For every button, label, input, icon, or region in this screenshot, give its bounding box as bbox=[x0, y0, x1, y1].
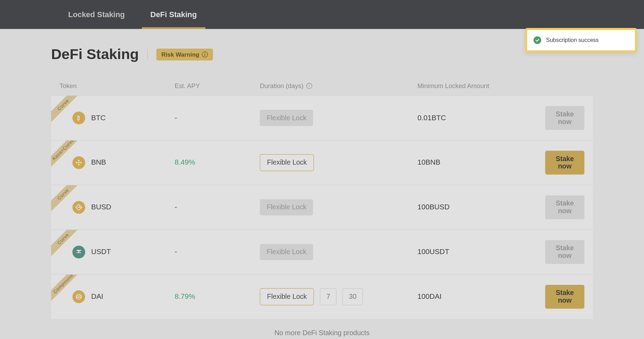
minimum-amount: 100BUSD bbox=[417, 203, 450, 211]
divider bbox=[147, 49, 148, 60]
stake-now-button[interactable]: Stake now bbox=[545, 285, 584, 309]
flexible-lock-button: Flexible Lock bbox=[260, 244, 313, 260]
busd-coin-icon bbox=[72, 201, 85, 214]
minimum-amount: 10BNB bbox=[417, 158, 441, 166]
col-header-minimum: Minimum Locked Amount bbox=[417, 82, 545, 89]
btc-coin-icon: ₿ bbox=[72, 111, 85, 124]
top-navbar: Locked Staking DeFi Staking bbox=[0, 0, 644, 29]
svg-rect-1 bbox=[78, 159, 80, 161]
token-symbol: BUSD bbox=[91, 203, 112, 211]
table-row: Kava+CurveBNB8.49%Flexible Lock10BNBStak… bbox=[51, 140, 593, 185]
page-content: DeFi Staking Risk Warning i Token Est. A… bbox=[0, 29, 644, 339]
duration-option-30[interactable]: 30 bbox=[343, 288, 363, 305]
svg-point-9 bbox=[76, 294, 81, 299]
token-symbol: BTC bbox=[91, 114, 106, 122]
token-symbol: USDT bbox=[91, 248, 111, 256]
col-header-duration: Duration (days) i bbox=[260, 82, 417, 89]
risk-warning-badge[interactable]: Risk Warning i bbox=[156, 48, 213, 60]
minimum-amount: 100DAI bbox=[417, 293, 442, 301]
success-toast: Subscription success bbox=[525, 28, 637, 52]
flexible-lock-button[interactable]: Flexible Lock bbox=[260, 154, 314, 171]
col-header-token: Token bbox=[60, 82, 175, 89]
page-header: DeFi Staking Risk Warning i bbox=[51, 46, 593, 63]
no-more-message: No more DeFi Staking products bbox=[51, 319, 593, 339]
table-row: CurveUSDT-Flexible Lock100USDTStake now bbox=[51, 230, 593, 274]
stake-now-button: Stake now bbox=[545, 195, 584, 219]
tab-defi-staking[interactable]: DeFi Staking bbox=[142, 0, 206, 29]
usdt-coin-icon bbox=[72, 246, 85, 259]
check-circle-icon bbox=[534, 36, 541, 44]
risk-warning-label: Risk Warning bbox=[162, 51, 199, 58]
svg-text:₿: ₿ bbox=[77, 115, 80, 121]
svg-rect-3 bbox=[76, 162, 78, 164]
apy-value: 8.79% bbox=[174, 293, 195, 301]
bnb-coin-icon bbox=[72, 156, 85, 169]
flexible-lock-button: Flexible Lock bbox=[260, 110, 313, 126]
apy-value: - bbox=[174, 114, 177, 122]
apy-value: - bbox=[174, 248, 177, 256]
toast-message: Subscription success bbox=[546, 37, 599, 43]
stake-now-button: Stake now bbox=[545, 240, 584, 264]
col-header-apy: Est. APY bbox=[174, 82, 260, 89]
table-row: CurveBUSD-Flexible Lock100BUSDStake now bbox=[51, 185, 593, 230]
svg-rect-2 bbox=[78, 164, 80, 166]
apy-value: - bbox=[174, 203, 177, 211]
minimum-amount: 0.01BTC bbox=[417, 114, 446, 122]
page-title: DeFi Staking bbox=[51, 46, 139, 63]
table-header: Token Est. APY Duration (days) i Minimum… bbox=[51, 74, 593, 95]
minimum-amount: 100USDT bbox=[417, 248, 449, 256]
table-row: Curve₿BTC-Flexible Lock0.01BTCStake now bbox=[51, 95, 593, 140]
table-row: CompoundDAI8.79%Flexible Lock730100DAISt… bbox=[51, 274, 593, 319]
duration-option-7[interactable]: 7 bbox=[320, 288, 336, 305]
stake-now-button: Stake now bbox=[545, 106, 584, 130]
svg-rect-4 bbox=[80, 162, 82, 164]
stake-now-button[interactable]: Stake now bbox=[545, 151, 584, 174]
info-icon[interactable]: i bbox=[306, 83, 312, 89]
svg-rect-5 bbox=[78, 162, 80, 164]
staking-table: Token Est. APY Duration (days) i Minimum… bbox=[51, 74, 593, 319]
apy-value: 8.49% bbox=[174, 158, 195, 166]
tab-locked-staking[interactable]: Locked Staking bbox=[60, 0, 134, 29]
flexible-lock-button[interactable]: Flexible Lock bbox=[260, 288, 314, 305]
token-symbol: DAI bbox=[91, 293, 103, 301]
info-icon: i bbox=[202, 51, 208, 57]
dai-coin-icon bbox=[72, 290, 85, 303]
flexible-lock-button: Flexible Lock bbox=[260, 199, 313, 215]
token-symbol: BNB bbox=[91, 158, 106, 167]
